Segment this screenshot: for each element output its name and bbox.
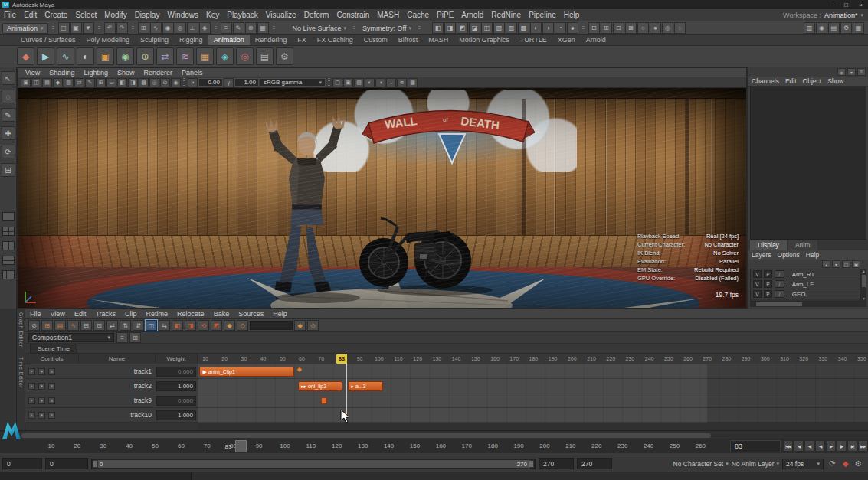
menubar-item[interactable]: MASH xyxy=(373,11,403,19)
command-input[interactable] xyxy=(0,472,192,480)
panel-bookmark-icon[interactable]: ▾ xyxy=(847,68,856,76)
track-lock-icon[interactable]: ≡ xyxy=(48,397,55,404)
layer-name[interactable]: ...GEO xyxy=(787,291,805,298)
shelf-tab[interactable]: Bifrost xyxy=(393,35,424,45)
lighting-icon[interactable]: ◐ xyxy=(365,78,375,87)
track-solo-icon[interactable]: ● xyxy=(38,412,45,419)
track-mute-icon[interactable]: ▪ xyxy=(28,383,35,390)
add-audio-track-icon[interactable]: ∿ xyxy=(67,320,79,331)
shelf-bake-icon[interactable]: ▦ xyxy=(196,47,214,65)
menubar-item[interactable]: Edit xyxy=(20,11,41,19)
timeline-clip-marker[interactable] xyxy=(321,397,327,404)
shadows-icon[interactable]: ◑ xyxy=(375,78,385,87)
shelf-tab[interactable]: Animation xyxy=(208,35,250,45)
layer-visibility-toggle[interactable]: V xyxy=(753,280,762,288)
time-slider[interactable]: 1020304050607080901001101201301401501601… xyxy=(0,439,868,453)
paint-effects-icon[interactable]: ▧ xyxy=(493,22,505,34)
track-lock-icon[interactable]: ≡ xyxy=(48,383,55,390)
shelf-ik-handle-icon[interactable]: ⇄ xyxy=(156,47,174,65)
shaded-mode-icon[interactable]: ▣ xyxy=(343,78,353,87)
track-solo-icon[interactable]: ● xyxy=(38,397,45,404)
hypershade-icon[interactable]: ◪ xyxy=(469,22,480,34)
time-editor-search-input[interactable] xyxy=(250,321,293,330)
delete-track-icon[interactable]: ⊟ xyxy=(80,320,92,331)
playback-end-field[interactable]: 270 xyxy=(539,458,574,469)
track-weight-field[interactable]: 1.000 xyxy=(156,410,196,420)
time-editor-menu-item[interactable]: Help xyxy=(268,310,292,318)
paint-select-tool-icon[interactable]: ✎ xyxy=(2,108,15,122)
make-live-icon[interactable]: ◈ xyxy=(199,22,211,34)
track-weight-field[interactable]: 0.000 xyxy=(156,396,196,406)
shelf-tab[interactable]: MASH xyxy=(423,35,454,45)
time-editor-icon[interactable]: ◕ xyxy=(567,22,578,34)
anim-layer-selector[interactable]: No Anim Layer▾ xyxy=(732,460,779,468)
shelf-tab[interactable]: Motion Graphics xyxy=(454,35,515,45)
move-layer-down-icon[interactable]: ▾ xyxy=(832,260,840,268)
gate-mask-icon[interactable]: ◨ xyxy=(128,78,138,87)
selection-mask-icon[interactable]: ⊚ xyxy=(245,22,257,34)
add-track-icon[interactable]: ⊞ xyxy=(41,320,53,331)
set-zero-key-icon[interactable]: ◇ xyxy=(237,320,248,331)
mute-track-icon[interactable]: ⊘ xyxy=(28,320,40,331)
track-weight-field[interactable]: 0.000 xyxy=(156,367,196,377)
key-outline-icon[interactable]: ◇ xyxy=(307,320,319,331)
timeline-clip[interactable]: ▶ anim_Clip1 xyxy=(199,367,293,377)
channel-box-icon[interactable]: ▦ xyxy=(853,22,864,34)
track-name[interactable]: track9 xyxy=(55,397,156,404)
construction-history-icon[interactable]: ≡ xyxy=(221,22,232,34)
pin-panel-icon[interactable]: ◈ xyxy=(837,68,846,76)
divider[interactable] xyxy=(273,24,275,33)
snap-to-grid-icon[interactable]: ⊞ xyxy=(138,22,149,34)
composition-options-icon[interactable]: ≡ xyxy=(116,332,128,343)
time-editor-menu-item[interactable]: Sources xyxy=(234,310,268,318)
menubar-item[interactable]: Key xyxy=(202,11,223,19)
ipr-render-icon[interactable]: ◨ xyxy=(444,22,456,34)
loop-clip-icon[interactable]: ⟲ xyxy=(198,320,209,331)
auto-keyframe-icon[interactable]: ◆ xyxy=(840,459,851,468)
two-d-pan-zoom-icon[interactable]: ⇄ xyxy=(74,78,84,87)
redo-icon[interactable]: ↷ xyxy=(116,22,128,34)
field-chart-icon[interactable]: ▩ xyxy=(139,78,149,87)
layer-editor-menu-item[interactable]: Layers xyxy=(748,251,775,259)
snap-to-clip-icon[interactable]: ◫ xyxy=(146,320,157,331)
shelf-pose-icon[interactable]: ◉ xyxy=(116,47,134,65)
wireframe-toggle-icon[interactable]: ⊞ xyxy=(601,22,612,34)
symmetry-field[interactable]: Symmetry: Off▾ xyxy=(359,24,414,32)
uv-editor-icon[interactable]: ▨ xyxy=(506,22,517,34)
divider[interactable] xyxy=(132,24,134,33)
track-name[interactable]: track1 xyxy=(55,367,156,375)
layout-outliner-persp-button[interactable] xyxy=(2,270,15,279)
move-tool-icon[interactable]: ✚ xyxy=(2,126,15,140)
viewport-menu-item[interactable]: Shading xyxy=(44,69,79,77)
channel-box-menu-item[interactable]: Edit xyxy=(782,77,800,85)
bookmark-view-icon[interactable]: ◆ xyxy=(53,78,63,87)
divider[interactable] xyxy=(215,24,217,33)
channel-box-menu-item[interactable]: Channels xyxy=(748,77,782,85)
zoom-to-fit-icon[interactable]: ⇄ xyxy=(106,320,118,331)
lasso-tool-icon[interactable]: ◌ xyxy=(2,90,15,103)
undo-icon[interactable]: ↶ xyxy=(104,22,116,34)
menubar-item[interactable]: Playback xyxy=(223,11,262,19)
node-editor-icon[interactable]: ▩ xyxy=(518,22,529,34)
divider[interactable] xyxy=(98,24,100,33)
humanik-icon[interactable]: ◉ xyxy=(816,22,827,34)
textured-toggle-icon[interactable]: ⊠ xyxy=(625,22,637,34)
shelf-tab[interactable]: Poly Modeling xyxy=(81,35,136,45)
open-scene-icon[interactable]: ▣ xyxy=(70,22,82,34)
menubar-item[interactable]: Display xyxy=(131,11,164,19)
ripple-edit-icon[interactable]: ⇆ xyxy=(159,320,170,331)
divider[interactable] xyxy=(52,24,54,33)
timeline-clip-marker[interactable]: ◆ xyxy=(297,366,302,373)
save-scene-icon[interactable]: ▼ xyxy=(83,22,94,34)
time-editor-menu-item[interactable]: File xyxy=(25,310,46,318)
render-settings-icon[interactable]: ◩ xyxy=(457,22,468,34)
menubar-item[interactable]: Windows xyxy=(163,11,202,19)
layout-four-pane-button[interactable] xyxy=(2,227,15,236)
time-editor-menu-item[interactable]: View xyxy=(46,310,70,318)
character-set-selector[interactable]: No Character Set▾ xyxy=(673,460,729,468)
tool-settings-icon[interactable]: ⚙ xyxy=(840,22,852,34)
layer-playback-toggle[interactable]: P xyxy=(764,270,772,278)
track-solo-icon[interactable]: ● xyxy=(38,383,45,390)
layer-editor-tab[interactable]: Anim xyxy=(788,240,817,250)
playback-loop-icon[interactable]: ⟳ xyxy=(827,459,838,468)
